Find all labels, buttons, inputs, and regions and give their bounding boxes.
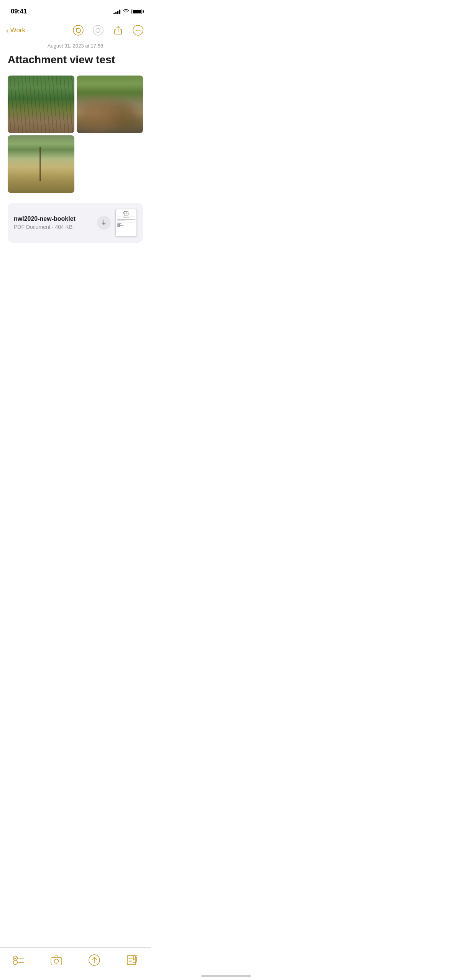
- signal-icon: [113, 9, 120, 14]
- pdf-meta: PDF Document · 404 KB: [14, 224, 92, 230]
- svg-point-0: [73, 25, 83, 35]
- image-path[interactable]: [8, 135, 74, 193]
- back-chevron-icon: ‹: [6, 26, 9, 34]
- svg-point-5: [140, 30, 141, 31]
- attachment-section: nwl2020-new-booklet PDF Document · 404 K…: [0, 203, 151, 250]
- note-timestamp: August 31, 2023 at 17:58: [0, 41, 151, 53]
- image-forest[interactable]: [8, 76, 74, 133]
- more-button[interactable]: [131, 24, 145, 37]
- battery-icon: [131, 9, 142, 14]
- status-time: 09:41: [11, 8, 27, 15]
- pdf-download-button[interactable]: [97, 216, 111, 230]
- images-section: [0, 72, 151, 203]
- status-bar: 09:41: [0, 0, 151, 21]
- image-animals[interactable]: [77, 76, 143, 133]
- status-icons: [113, 8, 142, 15]
- back-button[interactable]: ‹ Work: [6, 26, 25, 34]
- svg-point-1: [93, 25, 103, 35]
- pdf-filename: nwl2020-new-booklet: [14, 215, 92, 222]
- back-label: Work: [10, 26, 25, 34]
- nav-bar: ‹ Work: [0, 21, 151, 41]
- svg-point-3: [136, 30, 137, 31]
- svg-point-4: [138, 30, 139, 31]
- note-title: Attachment view test: [0, 53, 151, 72]
- nav-actions: [72, 24, 145, 37]
- redo-button[interactable]: [92, 24, 105, 37]
- pdf-attachment-card[interactable]: nwl2020-new-booklet PDF Document · 404 K…: [8, 203, 143, 243]
- images-row-bottom: [8, 135, 143, 193]
- pdf-thumbnail: NASPAWord ListManual NWL 2020 Changes Ov…: [115, 209, 137, 237]
- wifi-icon: [123, 8, 129, 15]
- undo-button[interactable]: [72, 24, 85, 37]
- share-button[interactable]: [112, 24, 125, 37]
- pdf-info: nwl2020-new-booklet PDF Document · 404 K…: [14, 215, 92, 230]
- pdf-size: 404 KB: [55, 224, 72, 230]
- images-row-top: [8, 76, 143, 133]
- pdf-type: PDF Document: [14, 224, 51, 230]
